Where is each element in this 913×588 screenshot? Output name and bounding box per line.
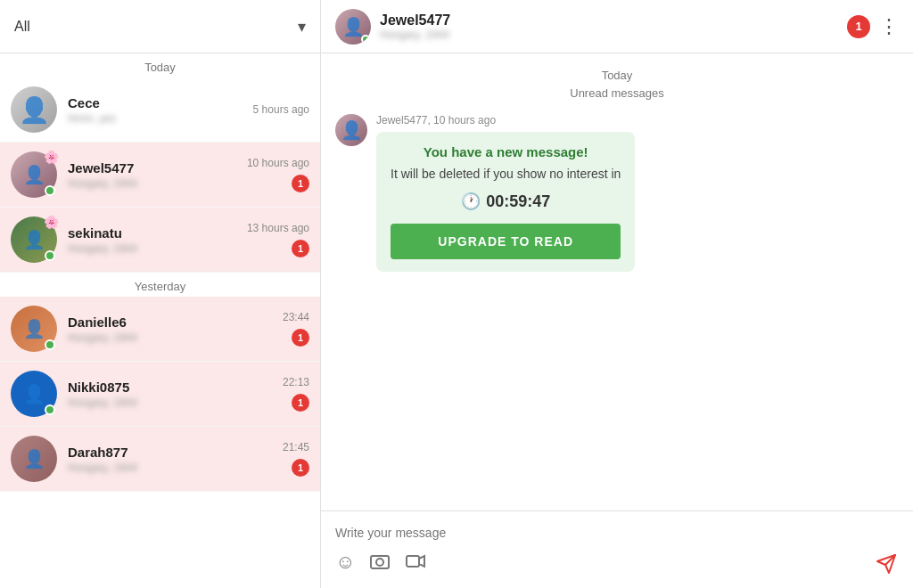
clock-icon: 🕐 [461, 192, 481, 211]
chat-time-danielle6: 23:44 [283, 311, 309, 323]
chat-preview-danielle6: Hungary, 1944 [68, 331, 283, 344]
timer-text: 00:59:47 [486, 192, 550, 211]
send-icon [874, 551, 899, 576]
chat-meta-darah877: 21:45 1 [283, 441, 309, 477]
chat-item-danielle6[interactable]: 👤 Danielle6 Hungary, 1944 23:44 1 [0, 297, 320, 362]
unread-badge-sekinatu: 1 [292, 240, 309, 257]
chat-header: 👤 Jewel5477 Hungary, 1944 1 ⋮ [321, 0, 913, 53]
chat-name-sekinatu: sekinatu [68, 225, 247, 241]
message-sender: Jewel5477 [376, 114, 427, 127]
date-label: Today [602, 69, 633, 82]
message-input[interactable] [335, 522, 899, 543]
chat-panel: 👤 Jewel5477 Hungary, 1944 1 ⋮ Today Unre… [321, 0, 913, 588]
unread-badge-darah877: 1 [292, 459, 309, 477]
unread-badge-danielle6: 1 [292, 329, 309, 347]
chat-item-jewel5477[interactable]: 👤 🌸 Jewel5477 Hungary, 1944 10 hours ago… [0, 143, 320, 208]
chat-preview-sekinatu: Hungary, 1944 [68, 242, 247, 255]
message-avatar: 👤 [335, 114, 367, 146]
bubble-body: It will be deleted if you show no intere… [391, 167, 621, 181]
chat-info-jewel5477: Jewel5477 Hungary, 1944 [68, 160, 247, 190]
input-icons: ☺ [335, 551, 426, 577]
chat-item-darah877[interactable]: 👤 Darah877 Hungary, 1944 21:45 1 [0, 427, 320, 492]
sidebar-header: All ▾ [0, 0, 320, 53]
chat-preview-nikki0875: Hungary, 1944 [68, 396, 283, 409]
avatar-wrap-darah877: 👤 [11, 436, 57, 482]
online-indicator-danielle6 [45, 339, 55, 350]
chat-preview-jewel5477: Hungary, 1944 [68, 177, 247, 190]
send-button[interactable] [874, 551, 899, 576]
avatar-wrap-sekinatu: 👤 🌸 [11, 216, 57, 263]
unread-badge-jewel5477: 1 [292, 175, 309, 192]
avatar-cece: 👤 [11, 86, 57, 133]
chat-name-darah877: Darah877 [68, 445, 283, 460]
chat-header-actions: 1 ⋮ [847, 15, 899, 38]
chat-item-cece[interactable]: 👤 Cece Hmm, yes 5 hours ago [0, 78, 320, 143]
chat-header-name: Jewel5477 [380, 12, 847, 29]
emoji-icon[interactable]: ☺ [335, 551, 355, 577]
video-icon[interactable] [405, 551, 426, 577]
message-timer: 🕐 00:59:47 [391, 192, 621, 211]
message-sender-time: Jewel5477, 10 hours ago [376, 114, 635, 127]
chat-meta-nikki0875: 22:13 1 [283, 376, 309, 412]
svg-rect-2 [407, 556, 419, 567]
unread-divider: Unread messages [335, 86, 899, 100]
chat-info-nikki0875: Nikki0875 Hungary, 1944 [68, 380, 283, 409]
section-yesterday: Yesterday [0, 273, 320, 297]
chat-meta-cece: 5 hours ago [253, 103, 309, 116]
chat-preview-darah877: Hungary, 1944 [68, 461, 283, 474]
chat-header-avatar: 👤 [335, 9, 371, 45]
person-silhouette: 👤 [11, 436, 57, 482]
chat-input-bar: ☺ [321, 510, 913, 588]
chat-item-sekinatu[interactable]: 👤 🌸 sekinatu Hungary, 1944 13 hours ago … [0, 208, 320, 273]
flower-badge-sekinatu: 🌸 [44, 215, 59, 229]
section-today: Today [0, 53, 320, 78]
unread-label: Unread messages [570, 86, 664, 100]
svg-point-1 [376, 559, 383, 566]
flower-badge-jewel: 🌸 [44, 150, 59, 164]
header-online-indicator [361, 35, 370, 44]
chat-time-cece: 5 hours ago [253, 103, 309, 116]
chat-info-darah877: Darah877 Hungary, 1944 [68, 445, 283, 474]
avatar-wrap-jewel5477: 👤 🌸 [11, 151, 57, 198]
chat-info-sekinatu: sekinatu Hungary, 1944 [68, 225, 247, 255]
avatar-wrap-cece: 👤 [11, 86, 57, 133]
avatar-wrap-danielle6: 👤 [11, 306, 57, 352]
chat-name-nikki0875: Nikki0875 [68, 380, 283, 395]
notification-badge[interactable]: 1 [847, 15, 870, 38]
avatar-darah877: 👤 [11, 436, 57, 482]
chat-info-danielle6: Danielle6 Hungary, 1944 [68, 314, 283, 344]
chat-name-jewel5477: Jewel5477 [68, 160, 247, 176]
chat-time-sekinatu: 13 hours ago [247, 222, 309, 234]
chat-meta-sekinatu: 13 hours ago 1 [247, 222, 309, 257]
online-indicator-jewel [45, 185, 55, 196]
kebab-menu-icon[interactable]: ⋮ [879, 15, 899, 38]
chat-body: Today Unread messages 👤 Jewel5477, 10 ho… [321, 53, 913, 510]
camera-icon[interactable] [369, 551, 391, 577]
sidebar: All ▾ Today 👤 Cece Hmm, yes 5 hours ago [0, 0, 321, 588]
chat-preview-cece: Hmm, yes [68, 112, 253, 125]
dropdown-icon[interactable]: ▾ [298, 17, 306, 37]
bubble-title: You have a new message! [391, 144, 621, 159]
chat-time-jewel5477: 10 hours ago [247, 157, 309, 169]
date-divider: Today [335, 68, 899, 82]
sidebar-list: Today 👤 Cece Hmm, yes 5 hours ago 👤 [0, 53, 320, 588]
message-time: 10 hours ago [433, 114, 496, 127]
message-bubble: You have a new message! It will be delet… [376, 132, 635, 272]
avatar-wrap-nikki0875: 👤 [11, 371, 57, 417]
svg-marker-3 [419, 556, 424, 567]
upgrade-to-read-button[interactable]: UPGRADE TO READ [391, 224, 621, 259]
chat-input-actions: ☺ [335, 551, 899, 577]
chat-header-info: Jewel5477 Hungary, 1944 [380, 12, 847, 41]
filter-label: All [14, 19, 298, 35]
chat-meta-jewel5477: 10 hours ago 1 [247, 157, 309, 192]
chat-item-nikki0875[interactable]: 👤 Nikki0875 Hungary, 1944 22:13 1 [0, 362, 320, 427]
chat-time-nikki0875: 22:13 [283, 376, 309, 388]
chat-meta-danielle6: 23:44 1 [283, 311, 309, 347]
chat-info-cece: Cece Hmm, yes [68, 95, 253, 125]
chat-name-cece: Cece [68, 95, 253, 110]
chat-name-danielle6: Danielle6 [68, 314, 283, 330]
person-silhouette: 👤 [11, 86, 57, 133]
online-indicator-sekinatu [45, 250, 55, 261]
message-content: Jewel5477, 10 hours ago You have a new m… [376, 114, 635, 272]
chat-time-darah877: 21:45 [283, 441, 309, 453]
